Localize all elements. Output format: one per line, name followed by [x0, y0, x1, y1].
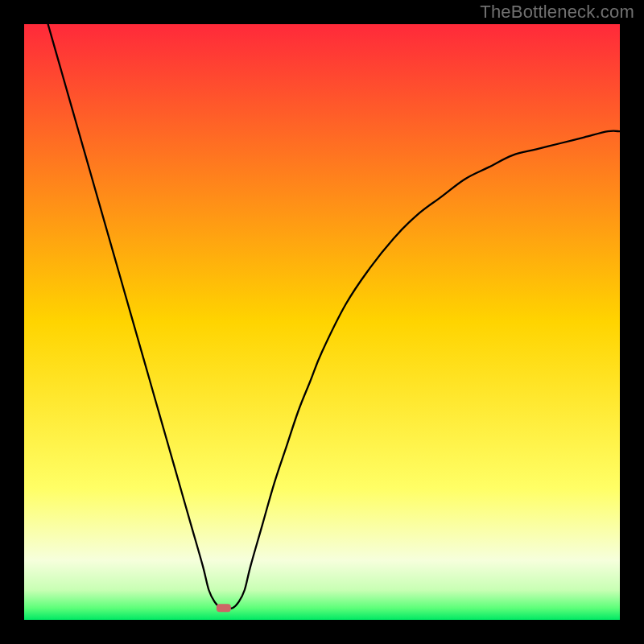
watermark-text: TheBottleneck.com	[480, 2, 634, 23]
plot-background	[24, 24, 620, 620]
chart-frame: TheBottleneck.com	[0, 0, 644, 644]
minimum-marker	[217, 604, 231, 612]
bottleneck-chart	[24, 24, 620, 620]
